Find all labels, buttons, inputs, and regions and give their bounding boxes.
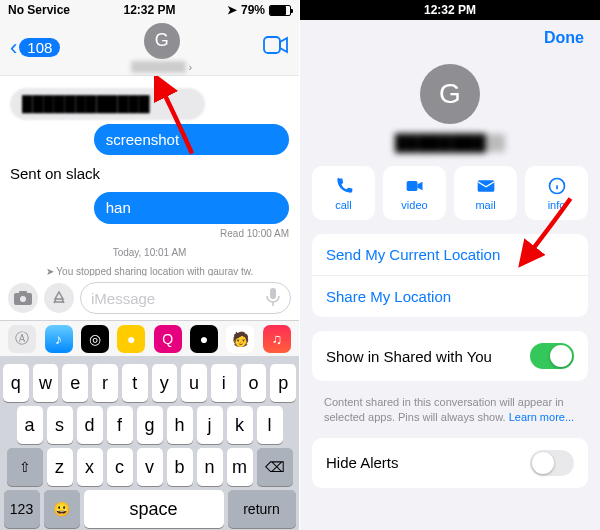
toggle-off[interactable] bbox=[530, 450, 574, 476]
contact-name: ████████ bbox=[395, 134, 505, 152]
key-o[interactable]: o bbox=[241, 364, 267, 402]
key-n[interactable]: n bbox=[197, 448, 223, 486]
keyboard: qwertyuiop asdfghjkl ⇧zxcvbnm⌫ 123😀space… bbox=[0, 356, 299, 530]
app-icon[interactable]: ♪ bbox=[45, 325, 73, 353]
messages-screen: No Service 12:32 PM ➤79% ‹108 G ████› ██… bbox=[0, 0, 300, 530]
action-row: call video mail info bbox=[300, 166, 600, 234]
location-icon: ➤ bbox=[227, 3, 237, 17]
sheet-header: Done bbox=[300, 20, 600, 56]
camera-button[interactable] bbox=[8, 283, 38, 313]
app-icon[interactable]: Q bbox=[154, 325, 182, 353]
mail-button[interactable]: mail bbox=[454, 166, 517, 220]
status-bar: No Service 12:32 PM ➤79% bbox=[0, 0, 299, 20]
shared-section: Show in Shared with You bbox=[312, 331, 588, 381]
key-l[interactable]: l bbox=[257, 406, 283, 444]
key-r[interactable]: r bbox=[92, 364, 118, 402]
chevron-right-icon: › bbox=[188, 61, 192, 73]
svg-rect-4 bbox=[270, 288, 276, 299]
send-location-button[interactable]: Send My Current Location bbox=[312, 234, 588, 276]
numbers-key[interactable]: 123 bbox=[4, 490, 40, 528]
mic-icon[interactable] bbox=[266, 288, 280, 309]
key-h[interactable]: h bbox=[167, 406, 193, 444]
key-e[interactable]: e bbox=[62, 364, 88, 402]
key-j[interactable]: j bbox=[197, 406, 223, 444]
key-y[interactable]: y bbox=[152, 364, 178, 402]
contact-header[interactable]: G ████› bbox=[131, 23, 192, 73]
unread-badge: 108 bbox=[19, 38, 60, 57]
key-c[interactable]: c bbox=[107, 448, 133, 486]
music-icon[interactable]: ♫ bbox=[263, 325, 291, 353]
location-section: Send My Current Location Share My Locati… bbox=[312, 234, 588, 317]
svg-point-3 bbox=[20, 296, 26, 302]
back-button[interactable]: ‹108 bbox=[10, 35, 60, 61]
app-strip: Ⓐ ♪ ◎ ● Q ● 🧑 ♫ bbox=[0, 320, 299, 356]
clock: 12:32 PM bbox=[123, 3, 175, 17]
info-button[interactable]: info bbox=[525, 166, 588, 220]
message-input[interactable]: iMessage bbox=[80, 282, 291, 314]
app-icon[interactable]: ◎ bbox=[81, 325, 109, 353]
read-receipt: Read 10:00 AM bbox=[10, 228, 289, 239]
system-timestamp: Today, 10:01 AM bbox=[10, 247, 289, 258]
help-text: Content shared in this conversation will… bbox=[300, 395, 600, 438]
key-v[interactable]: v bbox=[137, 448, 163, 486]
avatar: G bbox=[144, 23, 180, 59]
key-i[interactable]: i bbox=[211, 364, 237, 402]
app-icon[interactable]: ● bbox=[117, 325, 145, 353]
battery-pct: 79% bbox=[241, 3, 265, 17]
sent-message[interactable]: han bbox=[94, 192, 289, 224]
key-p[interactable]: p bbox=[270, 364, 296, 402]
key-b[interactable]: b bbox=[167, 448, 193, 486]
key-k[interactable]: k bbox=[227, 406, 253, 444]
app-store-icon[interactable]: Ⓐ bbox=[8, 325, 36, 353]
profile-section: G ████████ bbox=[300, 56, 600, 166]
key-a[interactable]: a bbox=[17, 406, 43, 444]
key-w[interactable]: w bbox=[33, 364, 59, 402]
space-key[interactable]: space bbox=[84, 490, 224, 528]
show-in-shared-row[interactable]: Show in Shared with You bbox=[312, 331, 588, 381]
svg-rect-6 bbox=[477, 180, 494, 192]
carrier-text: No Service bbox=[8, 3, 70, 17]
message-list[interactable]: ████████████ screenshot Sent on slack ha… bbox=[0, 76, 299, 276]
contact-sheet: 12:32 PM Done G ████████ call video mail… bbox=[300, 0, 600, 530]
done-button[interactable]: Done bbox=[544, 29, 584, 47]
toggle-on[interactable] bbox=[530, 343, 574, 369]
key-t[interactable]: t bbox=[122, 364, 148, 402]
svg-rect-2 bbox=[19, 291, 27, 294]
clock: 12:32 PM bbox=[424, 3, 476, 17]
avatar[interactable]: G bbox=[420, 64, 480, 124]
return-key[interactable]: return bbox=[228, 490, 296, 528]
svg-rect-0 bbox=[264, 37, 280, 53]
shift-key[interactable]: ⇧ bbox=[7, 448, 43, 486]
emoji-key[interactable]: 😀 bbox=[44, 490, 80, 528]
share-location-button[interactable]: Share My Location bbox=[312, 276, 588, 317]
call-button[interactable]: call bbox=[312, 166, 375, 220]
key-m[interactable]: m bbox=[227, 448, 253, 486]
key-d[interactable]: d bbox=[77, 406, 103, 444]
key-g[interactable]: g bbox=[137, 406, 163, 444]
placeholder: iMessage bbox=[91, 290, 155, 307]
composer-bar: iMessage bbox=[0, 276, 299, 320]
key-f[interactable]: f bbox=[107, 406, 133, 444]
memoji-icon[interactable]: 🧑 bbox=[226, 325, 254, 353]
sent-message-plain[interactable]: Sent on slack bbox=[10, 159, 289, 188]
key-u[interactable]: u bbox=[181, 364, 207, 402]
sent-message[interactable]: screenshot bbox=[94, 124, 289, 156]
battery-icon bbox=[269, 5, 291, 16]
appstore-button[interactable] bbox=[44, 283, 74, 313]
key-q[interactable]: q bbox=[3, 364, 29, 402]
alerts-section: Hide Alerts bbox=[312, 438, 588, 488]
status-bar: 12:32 PM bbox=[300, 0, 600, 20]
learn-more-link[interactable]: Learn more... bbox=[509, 411, 574, 423]
contact-name: ████ bbox=[131, 61, 186, 73]
key-s[interactable]: s bbox=[47, 406, 73, 444]
video-button[interactable]: video bbox=[383, 166, 446, 220]
svg-rect-5 bbox=[406, 181, 417, 191]
key-z[interactable]: z bbox=[47, 448, 73, 486]
key-x[interactable]: x bbox=[77, 448, 103, 486]
received-message[interactable]: ████████████ bbox=[10, 88, 205, 120]
facetime-button[interactable] bbox=[263, 36, 289, 59]
app-icon[interactable]: ● bbox=[190, 325, 218, 353]
hide-alerts-row[interactable]: Hide Alerts bbox=[312, 438, 588, 488]
system-message: ➤ You stopped sharing location with gaur… bbox=[10, 266, 289, 277]
backspace-key[interactable]: ⌫ bbox=[257, 448, 293, 486]
